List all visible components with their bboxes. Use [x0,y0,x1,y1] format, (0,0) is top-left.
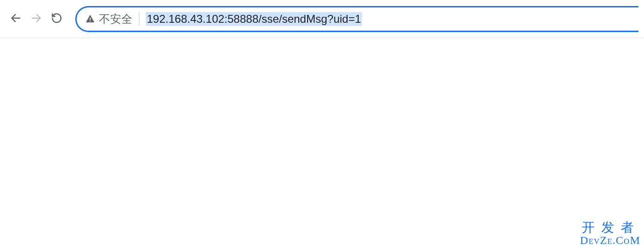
svg-rect-2 [90,18,91,20]
watermark: 开发者 DevZe.CoM [580,221,640,246]
svg-rect-3 [90,20,91,21]
watermark-line1: 开发者 [580,221,640,234]
browser-toolbar: 不安全 192.168.43.102:58888/sse/sendMsg?uid… [0,0,644,38]
address-bar[interactable]: 不安全 192.168.43.102:58888/sse/sendMsg?uid… [75,6,638,32]
security-status-label: 不安全 [99,12,132,26]
forward-button[interactable] [27,10,46,28]
arrow-left-icon [10,12,22,26]
arrow-right-icon [30,12,42,26]
watermark-line2: DevZe.CoM [580,235,640,246]
url-text[interactable]: 192.168.43.102:58888/sse/sendMsg?uid=1 [146,12,362,26]
back-button[interactable] [7,10,25,28]
separator [139,13,139,26]
not-secure-warning-icon [85,14,95,24]
page-content: 开发者 DevZe.CoM [0,38,644,249]
reload-icon [51,12,63,26]
reload-button[interactable] [47,10,66,28]
